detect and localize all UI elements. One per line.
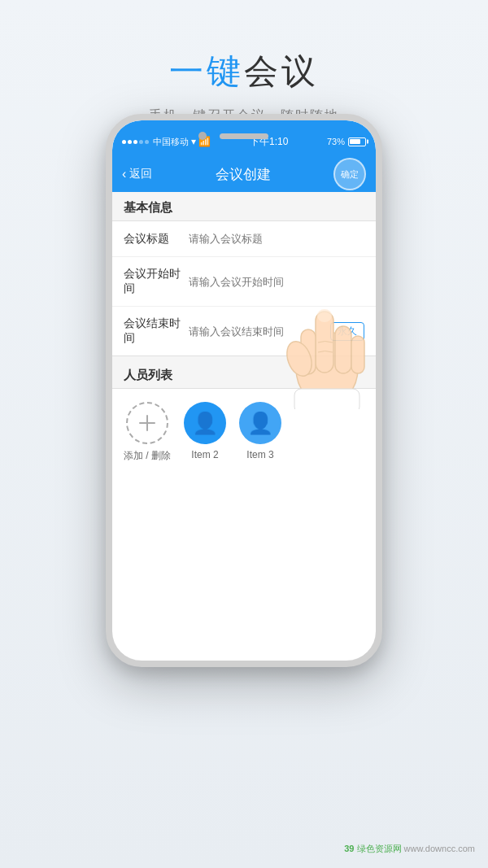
content-area: 基本信息 会议标题 会议开始时间 会议结束时间 永久	[112, 192, 376, 476]
signal-dot-5	[145, 140, 149, 144]
phone-screen: 中国移动 ▾ 📶 下午1:10 73% ‹ 返回 会议创建 确定	[112, 120, 376, 661]
watermark-domain: 绿色资源网	[357, 844, 402, 853]
person-name-2: Item 2	[191, 449, 218, 460]
battery-percent: 73%	[327, 137, 345, 146]
watermark-prefix: 39	[344, 844, 354, 853]
back-chevron-icon: ‹	[122, 167, 126, 181]
start-time-row: 会议开始时间	[112, 257, 376, 307]
avatar-2: 👤	[184, 402, 226, 444]
forever-badge: 永久	[330, 322, 364, 341]
form-group: 会议标题 会议开始时间 会议结束时间 永久	[112, 220, 376, 356]
signal-dot-2	[128, 140, 132, 144]
person-icon-2: 👤	[192, 411, 218, 436]
signal-dot-3	[133, 140, 137, 144]
watermark-url: www.downcc.com	[404, 844, 475, 853]
start-time-input[interactable]	[189, 276, 364, 288]
page-main-title: 一键会议	[169, 49, 319, 94]
battery-fill	[350, 139, 359, 144]
signal-dots	[122, 140, 149, 144]
people-list-header: 人员列表	[112, 360, 376, 388]
add-label: 添加 / 删除	[124, 449, 171, 463]
person-name-3: Item 3	[246, 449, 273, 460]
status-right: 73%	[327, 137, 366, 146]
avatar-3: 👤	[239, 402, 281, 444]
signal-dot-1	[122, 140, 126, 144]
title-input[interactable]	[189, 233, 364, 245]
end-label: 会议结束时间	[124, 316, 189, 346]
add-person-item[interactable]: 添加 / 删除	[124, 402, 171, 463]
confirm-label: 确定	[341, 168, 359, 181]
people-list: 添加 / 删除 👤 Item 2 👤 Item 3	[112, 388, 376, 476]
phone-camera	[198, 132, 207, 140]
phone-frame: 中国移动 ▾ 📶 下午1:10 73% ‹ 返回 会议创建 确定	[106, 114, 382, 667]
start-label: 会议开始时间	[124, 267, 189, 296]
add-delete-button[interactable]	[126, 402, 168, 444]
basic-info-header: 基本信息	[112, 192, 376, 220]
signal-dot-4	[139, 140, 143, 144]
title-label: 会议标题	[124, 232, 189, 246]
nav-bar: ‹ 返回 会议创建 确定	[112, 156, 376, 192]
person-item-2[interactable]: 👤 Item 2	[184, 402, 226, 460]
watermark: 39 绿色资源网 www.downcc.com	[344, 843, 475, 855]
person-item-3[interactable]: 👤 Item 3	[239, 402, 281, 460]
end-time-input[interactable]	[189, 325, 330, 338]
back-button[interactable]: ‹ 返回	[122, 167, 152, 181]
person-icon-3: 👤	[247, 411, 273, 436]
carrier-label: 中国移动	[153, 136, 189, 148]
nav-title: 会议创建	[216, 165, 271, 184]
title-row: 会议标题	[112, 221, 376, 257]
battery-icon	[348, 137, 366, 146]
back-label: 返回	[129, 167, 152, 181]
add-cross-icon	[139, 415, 155, 431]
phone-speaker	[220, 133, 268, 139]
confirm-button[interactable]: 确定	[333, 158, 366, 190]
end-time-row: 会议结束时间 永久	[112, 307, 376, 355]
status-left: 中国移动 ▾ 📶	[122, 136, 211, 148]
